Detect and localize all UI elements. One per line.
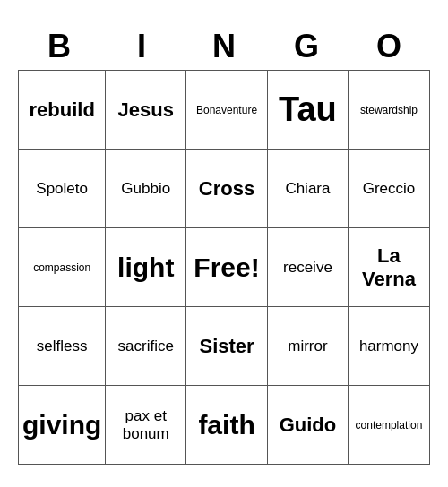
header-letter: N <box>183 22 265 71</box>
table-row: selflesssacrificeSistermirrorharmony <box>19 307 430 386</box>
table-cell: stewardship <box>348 71 429 150</box>
table-row: SpoletoGubbioCrossChiaraGreccio <box>19 150 430 228</box>
table-cell: faith <box>186 386 268 465</box>
bingo-table: rebuildJesusBonaventureTaustewardshipSpo… <box>18 71 430 466</box>
table-cell: Spoleto <box>19 150 106 228</box>
table-cell: receive <box>267 228 348 307</box>
header-letter: O <box>348 22 430 71</box>
table-cell: harmony <box>348 307 429 386</box>
header-letter: G <box>265 22 348 71</box>
table-cell: Cross <box>186 150 268 228</box>
table-cell: Sister <box>186 307 268 386</box>
bingo-header: BINGO <box>18 22 430 71</box>
table-cell: Free! <box>186 228 268 307</box>
table-cell: pax etbonum <box>106 386 186 465</box>
table-cell: light <box>106 228 186 307</box>
table-cell: giving <box>19 386 106 465</box>
bingo-card: BINGO rebuildJesusBonaventureTaustewards… <box>18 22 430 466</box>
table-cell: Bonaventure <box>186 71 268 150</box>
table-cell: Gubbio <box>106 150 186 228</box>
table-row: compassionlightFree!receiveLaVerna <box>19 228 430 307</box>
table-cell: LaVerna <box>348 228 429 307</box>
table-cell: Chiara <box>267 150 348 228</box>
table-cell: rebuild <box>19 71 106 150</box>
table-cell: compassion <box>19 228 106 307</box>
table-cell: mirror <box>267 307 348 386</box>
table-cell: Jesus <box>106 71 186 150</box>
table-cell: Guido <box>267 386 348 465</box>
table-cell: Tau <box>267 71 348 150</box>
table-cell: contemplation <box>348 386 429 465</box>
table-row: givingpax etbonumfaithGuidocontemplation <box>19 386 430 465</box>
table-cell: sacrifice <box>106 307 186 386</box>
table-cell: Greccio <box>348 150 429 228</box>
table-row: rebuildJesusBonaventureTaustewardship <box>19 71 430 150</box>
table-cell: selfless <box>19 307 106 386</box>
header-letter: B <box>18 22 100 71</box>
header-letter: I <box>100 22 183 71</box>
